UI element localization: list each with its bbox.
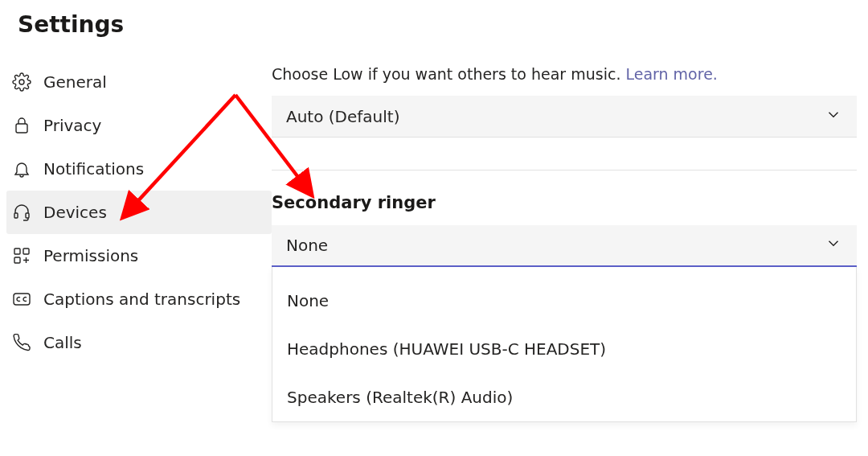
help-text-value: Choose Low if you want others to hear mu… bbox=[272, 65, 625, 83]
settings-sidebar: General Privacy Notifications Devices Pe bbox=[0, 60, 272, 422]
chevron-down-icon bbox=[825, 105, 842, 127]
dropdown-option-headphones[interactable]: Headphones (HUAWEI USB-C HEADSET) bbox=[272, 325, 856, 373]
sidebar-item-captions[interactable]: Captions and transcripts bbox=[6, 277, 272, 321]
bell-icon bbox=[10, 157, 34, 181]
svg-rect-7 bbox=[14, 294, 30, 305]
sidebar-item-permissions[interactable]: Permissions bbox=[6, 234, 272, 277]
sidebar-item-label: Permissions bbox=[43, 246, 138, 265]
sidebar-item-calls[interactable]: Calls bbox=[6, 321, 272, 364]
sidebar-item-label: Captions and transcripts bbox=[43, 290, 240, 309]
lock-icon bbox=[10, 113, 34, 138]
svg-rect-2 bbox=[14, 213, 18, 218]
section-divider bbox=[272, 170, 857, 170]
svg-rect-4 bbox=[14, 249, 20, 254]
headset-icon bbox=[10, 200, 34, 224]
help-text: Choose Low if you want others to hear mu… bbox=[272, 60, 857, 83]
secondary-ringer-control: None None Headphones (HUAWEI USB-C HEADS… bbox=[272, 225, 857, 422]
sidebar-item-label: Privacy bbox=[43, 116, 101, 135]
secondary-ringer-dropdown: None Headphones (HUAWEI USB-C HEADSET) S… bbox=[272, 267, 857, 422]
sidebar-item-devices[interactable]: Devices bbox=[6, 191, 272, 234]
select-value: None bbox=[286, 236, 328, 255]
cc-icon bbox=[10, 287, 34, 311]
gear-icon bbox=[10, 70, 34, 94]
svg-rect-3 bbox=[26, 213, 29, 218]
sidebar-item-label: Notifications bbox=[43, 159, 144, 179]
sidebar-item-label: Calls bbox=[43, 333, 82, 352]
phone-icon bbox=[10, 331, 34, 355]
svg-rect-5 bbox=[23, 249, 29, 254]
learn-more-link[interactable]: Learn more. bbox=[625, 65, 717, 83]
secondary-ringer-heading: Secondary ringer bbox=[272, 193, 857, 212]
sidebar-item-label: General bbox=[43, 72, 107, 92]
svg-rect-6 bbox=[14, 257, 20, 263]
dropdown-option-speakers[interactable]: Speakers (Realtek(R) Audio) bbox=[272, 373, 856, 421]
sidebar-item-general[interactable]: General bbox=[6, 60, 272, 104]
page-title: Settings bbox=[0, 0, 868, 38]
sidebar-item-privacy[interactable]: Privacy bbox=[6, 104, 272, 147]
svg-point-0 bbox=[19, 80, 24, 84]
sidebar-item-notifications[interactable]: Notifications bbox=[6, 147, 272, 191]
sidebar-item-label: Devices bbox=[43, 203, 107, 222]
noise-suppression-select[interactable]: Auto (Default) bbox=[272, 96, 857, 138]
secondary-ringer-select[interactable]: None bbox=[272, 225, 857, 267]
chevron-down-icon bbox=[825, 235, 842, 257]
settings-main: Choose Low if you want others to hear mu… bbox=[272, 60, 868, 422]
dropdown-option-none[interactable]: None bbox=[272, 277, 856, 325]
select-value: Auto (Default) bbox=[286, 107, 399, 126]
grid-plus-icon bbox=[10, 244, 34, 268]
svg-rect-1 bbox=[16, 124, 27, 133]
